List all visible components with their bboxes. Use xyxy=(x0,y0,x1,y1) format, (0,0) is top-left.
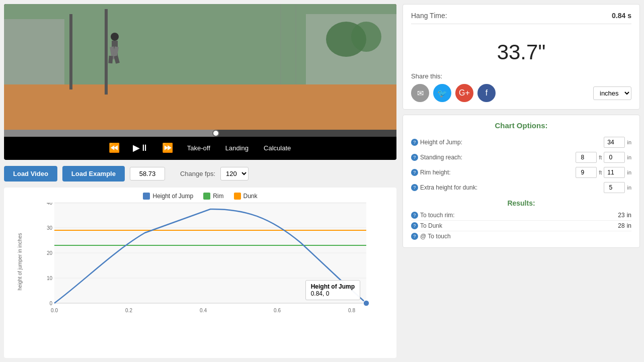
load-video-button[interactable]: Load Video xyxy=(4,166,57,182)
legend-rim-dot xyxy=(203,193,210,200)
touch-rim-label: To touch rim: xyxy=(420,212,455,219)
results-title: Results: xyxy=(411,199,631,207)
standing-reach-ft-label: ft xyxy=(599,154,602,160)
big-number-display: 33.7" xyxy=(411,28,631,69)
standing-reach-help-icon[interactable]: ? xyxy=(411,154,418,161)
svg-text:0.6: 0.6 xyxy=(274,308,281,313)
svg-text:40: 40 xyxy=(47,203,53,206)
play-pause-button[interactable]: ▶⏸ xyxy=(130,141,152,154)
chart-options-section: Chart Options: ? Height of Jump: in ? St… xyxy=(403,115,640,248)
extra-height-row: ? Extra height for dunk: in xyxy=(411,180,631,195)
svg-rect-1 xyxy=(4,84,396,130)
extra-height-label: Extra height for dunk: xyxy=(420,184,477,191)
legend-jump-label: Height of Jump xyxy=(152,193,193,200)
share-icons: ✉ 🐦 G+ f inches cm xyxy=(411,84,631,102)
legend-dunk-label: Dunk xyxy=(244,193,258,200)
legend-dunk: Dunk xyxy=(234,193,258,200)
share-label: Share this: xyxy=(411,72,631,80)
big-number-unit: " xyxy=(538,40,545,64)
height-jump-help-icon[interactable]: ? xyxy=(411,139,418,146)
hang-time-label: Hang Time: xyxy=(411,12,447,20)
svg-text:0.0: 0.0 xyxy=(51,308,58,313)
standing-reach-label: Standing reach: xyxy=(420,154,462,161)
forward-button[interactable]: ⏩ xyxy=(159,141,176,154)
fps-select[interactable]: 120 60 30 24 xyxy=(220,167,249,180)
legend-jump-dot xyxy=(143,193,150,200)
touch-rim-row: ? To touch rim: 23 in xyxy=(411,210,631,221)
video-controls-row: Load Video Load Example 58.73 Change fps… xyxy=(4,164,396,184)
progress-fill xyxy=(4,130,216,137)
svg-point-7 xyxy=(111,33,119,41)
legend-rim: Rim xyxy=(203,193,223,200)
touch-rim-help-icon[interactable]: ? xyxy=(411,212,418,219)
share-twitter-button[interactable]: 🐦 xyxy=(433,84,451,102)
rim-height-in-label: in xyxy=(627,169,631,175)
extra-height-unit: in xyxy=(627,185,631,191)
hang-time-value: 0.84 s xyxy=(612,12,631,20)
height-of-jump-row: ? Height of Jump: in xyxy=(411,135,631,150)
rim-height-in-input[interactable] xyxy=(604,167,625,178)
svg-text:0.4: 0.4 xyxy=(200,308,207,313)
standing-reach-in-label: in xyxy=(627,154,631,160)
rim-height-help-icon[interactable]: ? xyxy=(411,169,418,176)
y-axis-label: height of jumper in inches xyxy=(18,233,23,290)
legend-dunk-dot xyxy=(234,193,241,200)
to-dunk-label: To Dunk xyxy=(420,222,442,229)
video-frame xyxy=(4,4,396,130)
to-dunk-value: 28 xyxy=(618,222,624,229)
svg-text:10: 10 xyxy=(47,276,53,281)
svg-text:0.8: 0.8 xyxy=(348,308,355,313)
share-section: Share this: ✉ 🐦 G+ f inches cm xyxy=(411,69,631,102)
svg-rect-6 xyxy=(69,14,72,89)
legend-rim-label: Rim xyxy=(213,193,223,200)
touch-rim-unit: in xyxy=(627,212,631,219)
progress-thumb[interactable] xyxy=(212,130,219,137)
svg-text:20: 20 xyxy=(47,250,53,256)
rim-height-ft-label: ft xyxy=(599,169,602,175)
unit-select[interactable]: inches cm xyxy=(593,86,631,100)
extra-height-help-icon[interactable]: ? xyxy=(411,184,418,191)
standing-reach-in-input[interactable] xyxy=(604,152,625,163)
rim-height-label: Rim height: xyxy=(420,169,451,176)
chart-options-title: Chart Options: xyxy=(411,121,631,130)
svg-text:0: 0 xyxy=(49,301,52,306)
takeoff-button[interactable]: Take-off xyxy=(183,143,214,153)
video-controls: ⏪ ▶⏸ ⏩ Take-off Landing Calculate xyxy=(4,137,396,159)
big-number-value: 33.7 xyxy=(497,40,538,64)
change-fps-label: Change fps: xyxy=(180,170,215,177)
height-jump-input[interactable] xyxy=(604,137,625,148)
extra-height-input[interactable] xyxy=(604,182,625,193)
svg-text:0.2: 0.2 xyxy=(125,308,132,313)
standing-reach-ft-input[interactable] xyxy=(576,152,597,163)
chart-svg: 0 10 20 30 40 xyxy=(30,203,390,318)
video-player: ⏪ ▶⏸ ⏩ Take-off Landing Calculate xyxy=(4,4,396,160)
rim-height-ft-input[interactable] xyxy=(576,167,597,178)
calculate-button[interactable]: Calculate xyxy=(260,143,295,153)
to-dunk-unit: in xyxy=(627,222,631,229)
legend-jump: Height of Jump xyxy=(143,193,193,200)
to-dunk-help-icon[interactable]: ? xyxy=(411,222,418,229)
load-example-button[interactable]: Load Example xyxy=(62,166,125,182)
svg-text:30: 30 xyxy=(47,225,53,231)
hang-time-row: Hang Time: 0.84 s xyxy=(411,12,631,24)
to-touch-help-icon[interactable]: ? xyxy=(411,233,418,240)
landing-button[interactable]: Landing xyxy=(221,143,253,153)
to-touch-row: ? @ To touch xyxy=(411,231,631,241)
chart-section: Height of Jump Rim Dunk height of jumper… xyxy=(4,188,396,358)
svg-point-28 xyxy=(363,300,369,306)
share-google-button[interactable]: G+ xyxy=(455,84,473,102)
standing-reach-row: ? Standing reach: ft in xyxy=(411,150,631,165)
svg-point-5 xyxy=(351,22,381,52)
height-jump-unit: in xyxy=(627,139,631,145)
main-results-section: Hang Time: 0.84 s 33.7" Share this: ✉ 🐦 … xyxy=(403,4,640,110)
height-jump-label: Height of Jump: xyxy=(420,139,462,146)
share-email-button[interactable]: ✉ xyxy=(411,84,429,102)
svg-rect-11 xyxy=(108,56,113,64)
touch-rim-value: 23 xyxy=(618,212,624,219)
share-facebook-button[interactable]: f xyxy=(477,84,496,102)
to-touch-label: @ To touch xyxy=(420,233,451,240)
chart-legend: Height of Jump Rim Dunk xyxy=(10,193,390,200)
rewind-button[interactable]: ⏪ xyxy=(106,141,123,154)
svg-rect-2 xyxy=(4,19,64,84)
video-progress-bar[interactable] xyxy=(4,130,396,137)
